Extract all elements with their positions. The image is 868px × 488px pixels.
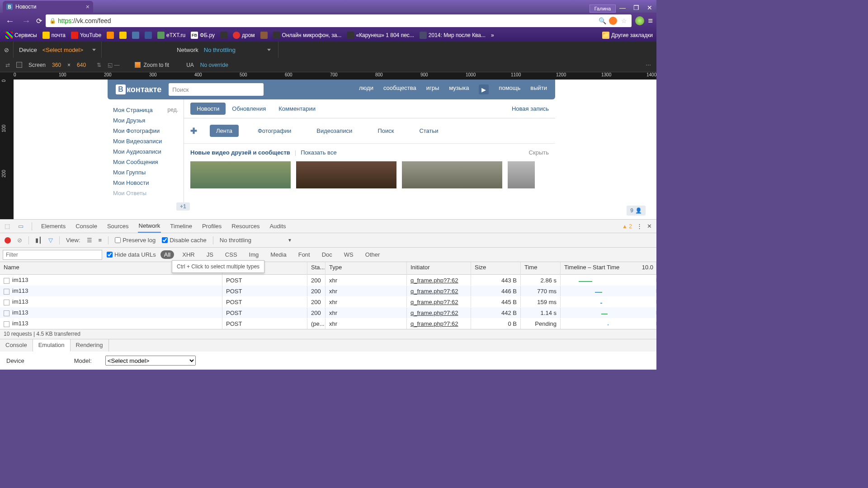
notification-badge[interactable]: 9👤 <box>627 206 646 216</box>
sub-photos[interactable]: Фотографии <box>251 125 297 137</box>
vk-search-input[interactable]: Поиск <box>169 83 264 96</box>
extension-icon[interactable] <box>609 17 617 25</box>
device-select[interactable]: <Select model> <box>42 47 96 53</box>
type-css[interactable]: CSS <box>222 250 241 259</box>
bookmark-at[interactable] <box>118 31 128 40</box>
bookmark-etxt[interactable]: eTXT.ru <box>156 31 187 40</box>
bookmark-drom[interactable]: дром <box>231 31 257 40</box>
tab-resources[interactable]: Resources <box>231 220 260 232</box>
device-mode-icon[interactable]: ▭ <box>18 223 24 230</box>
sub-videos[interactable]: Видеозаписи <box>310 125 359 137</box>
show-all-link[interactable]: Показать все <box>301 149 336 156</box>
nav-logout[interactable]: выйти <box>530 84 547 94</box>
view-small-icon[interactable]: ≡ <box>99 237 102 244</box>
side-news[interactable]: Мои Новости <box>108 178 184 188</box>
bookmark-music[interactable] <box>105 31 116 40</box>
tab-profiles[interactable]: Profiles <box>201 220 222 232</box>
hide-link[interactable]: Скрыть <box>529 149 549 156</box>
nav-communities[interactable]: сообщества <box>383 84 416 94</box>
dpr-icon[interactable]: ◱ — <box>108 62 119 68</box>
reload-button[interactable]: ⟳ <box>36 17 42 25</box>
tab-elements[interactable]: Elements <box>40 220 66 232</box>
bookmark-fb[interactable] <box>143 31 154 40</box>
side-friends[interactable]: Мои Друзья <box>108 115 184 126</box>
tab-news[interactable]: Новости <box>190 103 226 115</box>
col-status[interactable]: Sta... <box>307 262 326 274</box>
type-media[interactable]: Media <box>267 250 290 259</box>
video-thumb-4[interactable] <box>508 161 535 188</box>
type-xhr[interactable]: XHR <box>179 250 198 259</box>
bookmark-mic[interactable]: Онлайн микрофон, за... <box>271 31 344 40</box>
type-doc[interactable]: Doc <box>318 250 336 259</box>
nav-help[interactable]: помощь <box>499 84 520 94</box>
sub-feed[interactable]: Лента <box>210 125 239 137</box>
drawer-emulation[interactable]: Emulation <box>33 339 71 352</box>
table-row[interactable]: im113POST200xhrq_frame.php?7:62442 B1.14… <box>0 307 656 318</box>
close-button[interactable]: ✕ <box>643 3 656 13</box>
em-model-select[interactable]: <Select model> <box>105 356 196 366</box>
type-all[interactable]: All <box>160 250 174 259</box>
minimize-button[interactable]: — <box>616 3 629 13</box>
side-audio[interactable]: Мои Аудиозаписи <box>108 146 184 157</box>
maximize-button[interactable]: ❐ <box>629 3 643 13</box>
col-timeline[interactable]: Timeline – Start Time10.0 <box>561 262 656 274</box>
sub-search[interactable]: Поиск <box>371 125 400 137</box>
bookmark-mail[interactable]: почта <box>41 31 67 40</box>
type-ws[interactable]: WS <box>340 250 357 259</box>
bookmark-11[interactable] <box>259 31 269 40</box>
side-mypage[interactable]: Моя Страницаред. <box>108 105 184 115</box>
menu-button[interactable]: ≡ <box>648 16 653 26</box>
ruler-toggle-icon[interactable]: ⇄ <box>5 62 10 68</box>
filter-icon[interactable]: ▽ <box>48 237 53 244</box>
tab-updates[interactable]: Обновления <box>226 101 272 117</box>
more-icon[interactable]: ⋯ <box>646 62 651 68</box>
bookmark-overflow[interactable]: » <box>491 32 494 38</box>
side-messages[interactable]: Мои Сообщения <box>108 157 184 167</box>
type-js[interactable]: JS <box>203 250 217 259</box>
nav-more-icon[interactable]: ▶ <box>479 84 489 94</box>
tab-audits[interactable]: Audits <box>269 220 287 232</box>
nav-games[interactable]: игры <box>426 84 439 94</box>
table-row[interactable]: im113POST200xhrq_frame.php?7:62445 B159 … <box>0 296 656 307</box>
nav-music[interactable]: музыка <box>449 84 469 94</box>
devtools-menu-icon[interactable]: ⋮ <box>637 223 642 230</box>
bookmark-karunesh[interactable]: «Карунеш» 1 804 пес... <box>345 31 415 40</box>
inspect-icon[interactable]: ⬚ <box>5 223 10 230</box>
hide-urls-checkbox[interactable]: Hide data URLs <box>107 251 156 258</box>
drawer-rendering[interactable]: Rendering <box>71 339 109 352</box>
browser-tab[interactable]: B Новости × <box>3 1 93 13</box>
tab-sources[interactable]: Sources <box>106 220 130 232</box>
nav-people[interactable]: люди <box>359 84 373 94</box>
star-icon[interactable]: ☆ <box>620 17 628 25</box>
bookmark-9[interactable] <box>218 31 229 40</box>
add-icon[interactable]: ✚ <box>190 126 197 136</box>
forward-button[interactable]: → <box>20 16 33 26</box>
col-type[interactable]: Type <box>326 262 407 274</box>
close-icon[interactable]: × <box>86 3 90 10</box>
throttle-select[interactable]: No throttling <box>204 47 271 53</box>
plus-one-badge[interactable]: +1 <box>176 202 190 211</box>
col-time[interactable]: Time <box>521 262 561 274</box>
video-thumb-1[interactable] <box>190 161 291 188</box>
tab-timeline[interactable]: Timeline <box>169 220 193 232</box>
bookmark-fbru[interactable]: FBФБ.ру <box>189 31 217 40</box>
bookmark-vk[interactable] <box>130 31 141 40</box>
video-thumb-2[interactable] <box>296 161 396 188</box>
table-row[interactable]: im113POST200xhrq_frame.php?7:62446 B770 … <box>0 286 656 296</box>
screen-height[interactable]: 640 <box>77 62 86 68</box>
sub-articles[interactable]: Статьи <box>413 125 444 137</box>
vk-logo[interactable]: Bконтакте <box>116 84 161 94</box>
record-button[interactable] <box>5 237 11 244</box>
throttle-dropdown[interactable]: No throttling▼ <box>220 237 292 244</box>
col-size[interactable]: Size <box>471 262 521 274</box>
camera-icon[interactable]: ▮┃ <box>35 237 42 244</box>
filter-input[interactable] <box>3 250 102 260</box>
back-button[interactable]: ← <box>4 16 16 26</box>
clear-icon[interactable]: ⊘ <box>17 237 22 244</box>
side-videos[interactable]: Мои Видеозаписи <box>108 136 184 146</box>
view-large-icon[interactable]: ☰ <box>87 237 92 244</box>
type-other[interactable]: Other <box>362 250 384 259</box>
screen-checkbox[interactable] <box>16 62 22 68</box>
swap-icon[interactable]: ⇅ <box>97 62 101 68</box>
col-initiator[interactable]: Initiator <box>407 262 471 274</box>
